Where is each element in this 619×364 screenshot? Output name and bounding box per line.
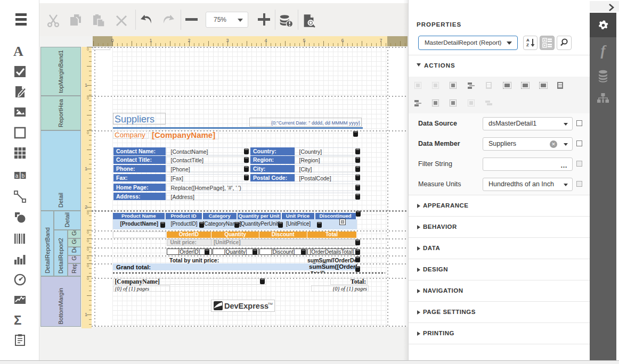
svg-text:DevExpress: DevExpress bbox=[224, 302, 268, 310]
svg-text:a: a bbox=[15, 173, 19, 179]
svg-text:b: b bbox=[22, 173, 25, 179]
svg-text:Z: Z bbox=[526, 43, 529, 47]
svg-text:TM: TM bbox=[268, 302, 273, 305]
svg-text:A: A bbox=[526, 38, 530, 43]
